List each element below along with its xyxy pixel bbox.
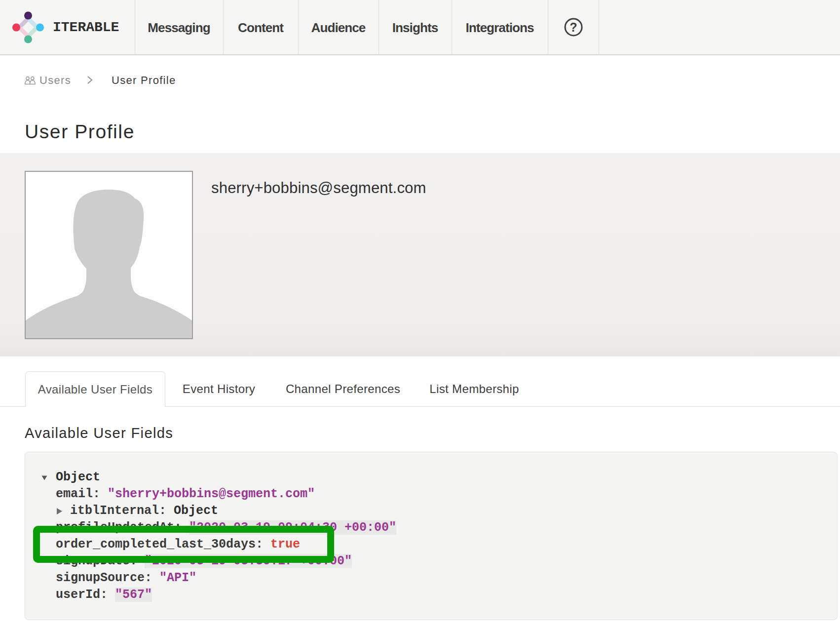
svg-text:?: ? bbox=[570, 20, 577, 34]
